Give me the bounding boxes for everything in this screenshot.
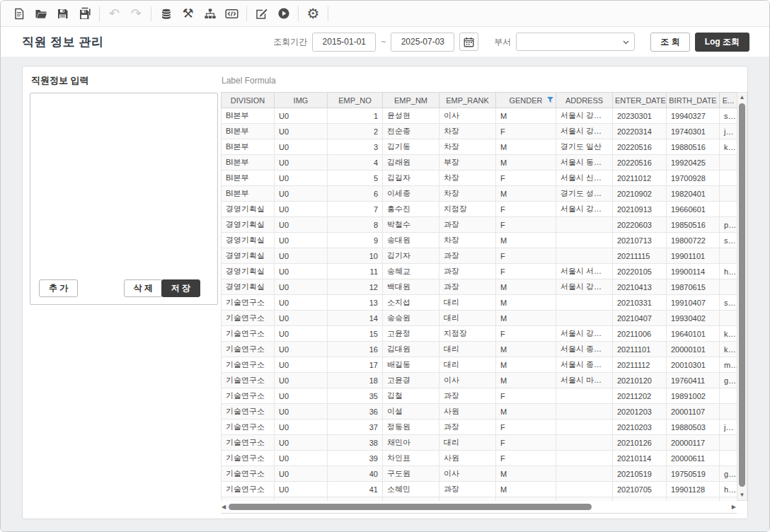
table-row[interactable]: 기술연구소U018고윤경이사M서울시 마포구2021012019760411g.… xyxy=(222,373,737,388)
date-to-input[interactable] xyxy=(391,33,454,52)
cell-address xyxy=(556,233,613,248)
date-from-input[interactable] xyxy=(312,33,376,52)
cell-birth-date: 19940327 xyxy=(667,108,720,124)
cell-img: U0 xyxy=(275,124,328,139)
table-row[interactable]: 경영기획실U07홍수진지점장F서울시 강서구2021091319660601 xyxy=(222,202,737,217)
cell-birth-date: 19850516 xyxy=(667,217,720,233)
table-row[interactable]: 기술연구소U015고윤정지점장F서울시 강남구2021100619640101k… xyxy=(222,326,737,342)
cell-gender: F xyxy=(496,248,556,264)
column-header-emp-rank[interactable]: EMP_RANK xyxy=(439,93,496,108)
search-button[interactable]: 조 회 xyxy=(650,33,689,52)
cell-emp-nm: 이세종 xyxy=(383,186,439,202)
cell-e-: g... xyxy=(720,466,737,482)
table-row[interactable]: 기술연구소U039차인표사원F2021011420000611 xyxy=(222,451,737,466)
column-header-emp-nm[interactable]: EMP_NM xyxy=(383,93,439,108)
column-header-e-[interactable]: E... xyxy=(720,93,737,108)
new-document-icon[interactable] xyxy=(8,4,30,23)
table-row[interactable]: 기술연구소U017배길동대리M서울시 종로구2021111220010301m.… xyxy=(222,357,737,373)
column-header-img[interactable]: IMG xyxy=(275,93,328,108)
save-button[interactable]: 저 장 xyxy=(161,279,200,297)
cell-img: U0 xyxy=(275,264,328,279)
cell-emp-rank: 지점장 xyxy=(439,202,496,217)
cell-emp-no: 40 xyxy=(328,466,383,482)
cell-gender: M xyxy=(496,155,556,170)
cell-e-: s... xyxy=(720,108,737,124)
calendar-icon[interactable] xyxy=(459,33,478,51)
add-button[interactable]: 추 가 xyxy=(39,279,78,297)
cell-birth-date: 19901101 xyxy=(667,248,720,264)
column-header-address[interactable]: ADDRESS xyxy=(556,93,613,108)
code-icon[interactable] xyxy=(221,4,243,23)
open-folder-icon[interactable] xyxy=(30,4,52,23)
table-row[interactable]: BI본부U01윤성현이사M서울시 강남구2023030119940327s... xyxy=(222,108,737,124)
table-row[interactable]: 기술연구소U013소지섭대리M2021033119910407s... xyxy=(222,295,737,311)
log-search-button[interactable]: Log 조회 xyxy=(695,33,749,52)
cell-emp-nm: 전순종 xyxy=(383,124,439,139)
table-row[interactable]: 경영기획실U011송혜교과장F서울시 서초구2022010519900114h.… xyxy=(222,264,737,279)
redo-icon[interactable]: ↷ xyxy=(125,4,147,23)
vertical-scrollbar[interactable]: ▲ ▼ xyxy=(737,92,747,501)
edit-icon[interactable] xyxy=(251,4,272,23)
table-row[interactable]: 기술연구소U016김대원대리M서울시 종로구2021110120000101k.… xyxy=(222,342,737,357)
column-header-emp-no[interactable]: EMP_NO xyxy=(328,93,383,108)
table-row[interactable]: BI본부U05김길자차장F서울시 신촌대로2021101219700928 xyxy=(222,170,737,186)
column-header-division[interactable]: DIVISION xyxy=(222,93,275,108)
table-row[interactable]: 기술연구소U040구도원이사M2021051919750519g... xyxy=(222,466,737,482)
grid-body: BI본부U01윤성현이사M서울시 강남구2023030119940327s...… xyxy=(222,108,737,502)
scroll-up-icon[interactable]: ▲ xyxy=(737,93,747,102)
undo-icon[interactable]: ↶ xyxy=(103,4,125,23)
column-header-gender[interactable]: GENDER xyxy=(496,93,556,108)
table-row[interactable]: 기술연구소U035김철과장F2021120219891002 xyxy=(222,388,737,404)
cell-birth-date: 20010301 xyxy=(667,357,720,373)
table-row[interactable]: 경영기획실U010김기자과장F2021111519901101 xyxy=(222,248,737,264)
cell-gender: M xyxy=(496,466,556,482)
table-row[interactable]: BI본부U04김래원부장M서울시 동작구2022051619920425 xyxy=(222,155,737,170)
scroll-left-icon[interactable]: ◀ xyxy=(222,504,226,511)
table-row[interactable]: BI본부U06이세종차장M경기도 성남시2021090219820401 xyxy=(222,186,737,202)
database-icon[interactable] xyxy=(155,4,177,23)
tools-icon[interactable]: ⚒ xyxy=(177,4,199,23)
cell-img: U0 xyxy=(275,482,328,497)
table-row[interactable]: 경영기획실U08박철수과장F2022060319850516p... xyxy=(222,217,737,233)
cell-emp-rank: 과장 xyxy=(439,482,496,497)
cell-gender: M xyxy=(496,233,556,248)
table-row[interactable]: 경영기획실U012백대원과장M서울시 강남구2021041319870615 xyxy=(222,279,737,295)
cell-img: U0 xyxy=(275,311,328,326)
cell-division: BI본부 xyxy=(222,186,275,202)
cell-img: U0 xyxy=(275,466,328,482)
cell-address xyxy=(556,466,613,482)
table-row[interactable]: 경영기획실U09송대원차장M2021071319800722s... xyxy=(222,233,737,248)
settings-icon[interactable]: ⚙ xyxy=(302,4,324,23)
cell-address: 경기도 성남시 xyxy=(556,186,613,202)
run-icon[interactable] xyxy=(272,4,294,23)
table-row[interactable]: BI본부U03김기동차장M경기도 일산2022051619880516k... xyxy=(222,139,737,155)
scroll-right-icon[interactable]: ▶ xyxy=(732,504,736,511)
cell-e-: s... xyxy=(720,233,737,248)
column-header-birth-date[interactable]: BIRTH_DATE xyxy=(667,93,720,108)
cell-emp-rank: 이사 xyxy=(439,373,496,388)
vertical-scroll-thumb[interactable] xyxy=(739,103,745,487)
table-row[interactable]: 기술연구소U036이설사원M2020120320001107 xyxy=(222,404,737,420)
column-header-enter-date[interactable]: ENTER_DATE xyxy=(613,93,667,108)
grid-header-row: DIVISIONIMGEMP_NOEMP_NMEMP_RANKGENDERADD… xyxy=(222,93,737,108)
cell-e-: k... xyxy=(720,326,737,342)
table-row[interactable]: 기술연구소U037정동원과장F2021020319880503jd... xyxy=(222,420,737,435)
save-icon[interactable] xyxy=(52,4,74,23)
horizontal-scroll-thumb[interactable] xyxy=(229,504,592,510)
save-all-icon[interactable] xyxy=(74,4,96,23)
cell-emp-no: 37 xyxy=(328,420,383,435)
delete-button[interactable]: 삭 제 xyxy=(124,279,163,297)
table-row[interactable]: BI본부U02전순종차장F서울시 강서구 ...2022031419740301… xyxy=(222,124,737,139)
sitemap-icon[interactable] xyxy=(199,4,221,23)
employee-input-panel[interactable]: 추 가 삭 제 저 장 xyxy=(30,93,218,305)
toolbar-separator xyxy=(298,6,299,21)
cell-e-: p... xyxy=(720,217,737,233)
scroll-down-icon[interactable]: ▼ xyxy=(737,491,747,499)
department-select[interactable] xyxy=(516,33,635,51)
cell-enter-date: 20211202 xyxy=(613,388,667,404)
table-row[interactable]: 기술연구소U014송승원대리M2021040719930402 xyxy=(222,311,737,326)
filter-icon[interactable] xyxy=(547,97,553,103)
table-row[interactable]: 기술연구소U041소혜민과장M2021070519901128h... xyxy=(222,482,737,497)
table-row[interactable]: 기술연구소U038채민아대리F2021012620000117 xyxy=(222,435,737,451)
horizontal-scrollbar[interactable]: ◀ ▶ xyxy=(221,502,737,514)
